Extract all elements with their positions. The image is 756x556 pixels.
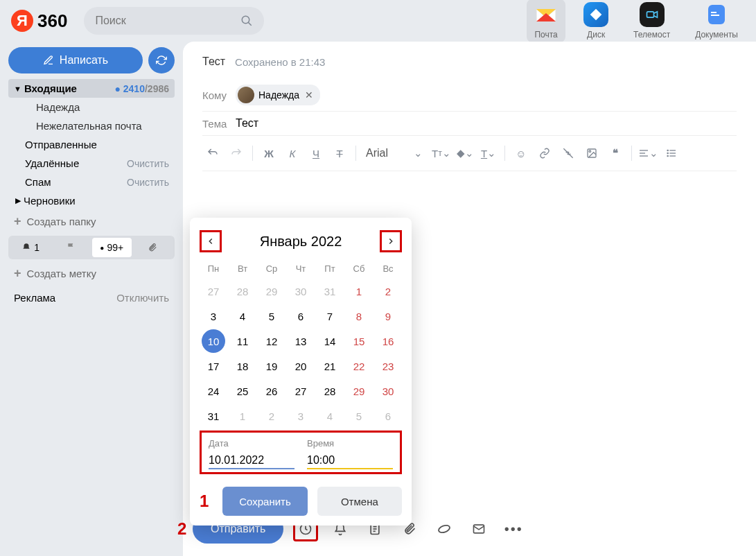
calendar-day[interactable]: 18 — [231, 354, 254, 378]
save-button[interactable]: Сохранить — [222, 487, 307, 516]
list-button[interactable] — [661, 143, 682, 164]
calendar-day[interactable]: 12 — [260, 329, 283, 353]
folder-spam[interactable]: СпамОчистить — [8, 173, 175, 191]
cancel-button[interactable]: Отмена — [317, 487, 402, 516]
unlink-button[interactable] — [558, 143, 579, 164]
calendar-day[interactable]: 8 — [347, 304, 371, 328]
time-input[interactable] — [307, 453, 393, 469]
calendar-day[interactable]: 11 — [231, 329, 254, 353]
calendar-day[interactable]: 3 — [202, 304, 225, 328]
folder-inbox[interactable]: ▼ Входящие ● 2410/2986 — [8, 79, 175, 98]
tag-notifications[interactable]: 1 — [11, 238, 51, 257]
tag-unread[interactable]: ● 99+ — [92, 238, 132, 257]
folder-sub-junk[interactable]: Нежелательная почта — [8, 116, 175, 135]
emoji-button[interactable]: ☺ — [511, 143, 531, 164]
font-dropdown[interactable]: ⌄ — [407, 143, 428, 164]
app-telemost[interactable]: Телемост — [626, 0, 677, 42]
highlight-button[interactable]: T⌄ — [478, 143, 499, 164]
date-input[interactable] — [209, 453, 295, 469]
search-input[interactable] — [95, 15, 240, 27]
folder-deleted[interactable]: УдалённыеОчистить — [8, 154, 175, 173]
folder-sub-nadezhda[interactable]: Надежда — [8, 98, 175, 116]
recipient-chip[interactable]: Надежда ✕ — [236, 85, 320, 105]
calendar-day[interactable]: 4 — [318, 404, 342, 428]
calendar-day[interactable]: 6 — [376, 404, 400, 428]
attach-disk-button[interactable] — [432, 516, 457, 541]
fontsize-button[interactable]: Tт⌄ — [431, 143, 452, 164]
folder-sent[interactable]: Отправленные — [8, 135, 175, 154]
calendar-day[interactable]: 6 — [289, 304, 313, 328]
calendar-day[interactable]: 28 — [318, 379, 342, 403]
calendar-day[interactable]: 25 — [231, 379, 254, 403]
calendar-day[interactable]: 28 — [231, 279, 254, 303]
calendar-day[interactable]: 21 — [318, 354, 342, 378]
calendar-day[interactable]: 20 — [289, 354, 313, 378]
align-button[interactable]: ⌄ — [638, 143, 658, 164]
calendar-day[interactable]: 5 — [347, 404, 371, 428]
calendar-day[interactable]: 10 — [202, 329, 225, 353]
calendar-day[interactable]: 31 — [202, 404, 225, 428]
quote-button[interactable]: ❝ — [605, 143, 626, 164]
more-button[interactable]: ••• — [501, 516, 526, 541]
subject-input[interactable] — [236, 117, 737, 130]
calendar-day[interactable]: 1 — [231, 404, 254, 428]
calendar-day[interactable]: 19 — [260, 354, 283, 378]
app-disk[interactable]: Диск — [577, 0, 615, 42]
image-button[interactable] — [581, 143, 602, 164]
app-documents[interactable]: Документы — [688, 0, 745, 42]
calendar-day[interactable]: 23 — [376, 354, 400, 378]
ad-disable[interactable]: Отключить — [116, 292, 169, 304]
calendar-day[interactable]: 2 — [376, 279, 400, 303]
calendar-day[interactable]: 29 — [347, 379, 371, 403]
create-label-row[interactable]: +Создать метку — [8, 262, 175, 285]
prev-month-button[interactable] — [200, 230, 222, 252]
calendar-day[interactable]: 3 — [289, 404, 313, 428]
calendar-day[interactable]: 30 — [376, 379, 400, 403]
create-folder[interactable]: +Создать папку — [8, 210, 175, 233]
italic-button[interactable]: К — [282, 143, 303, 164]
clear-link[interactable]: Очистить — [127, 158, 169, 169]
redo-button[interactable] — [226, 143, 247, 164]
calendar-day[interactable]: 22 — [347, 354, 371, 378]
app-mail[interactable]: Почта — [527, 0, 565, 42]
tag-attachment[interactable] — [133, 238, 173, 257]
time-label: Время — [307, 438, 393, 449]
color-button[interactable]: ◆⌄ — [455, 143, 475, 164]
compose-button[interactable]: Написать — [8, 47, 143, 73]
calendar-day[interactable]: 16 — [376, 329, 400, 353]
calendar-day[interactable]: 27 — [202, 279, 225, 303]
undo-button[interactable] — [202, 143, 223, 164]
calendar-day[interactable]: 30 — [289, 279, 313, 303]
calendar-day[interactable]: 1 — [347, 279, 371, 303]
field-to[interactable]: Кому Надежда ✕ — [202, 79, 737, 112]
refresh-button[interactable] — [148, 47, 175, 73]
calendar-day[interactable]: 7 — [318, 304, 342, 328]
clear-link[interactable]: Очистить — [127, 177, 169, 188]
calendar-day[interactable]: 13 — [289, 329, 313, 353]
underline-button[interactable]: Ч — [306, 143, 326, 164]
link-button[interactable] — [534, 143, 555, 164]
chip-remove[interactable]: ✕ — [305, 89, 313, 101]
calendar-day[interactable]: 9 — [376, 304, 400, 328]
calendar-day[interactable]: 29 — [260, 279, 283, 303]
calendar-day[interactable]: 31 — [318, 279, 342, 303]
search-box[interactable] — [84, 7, 264, 35]
folder-drafts[interactable]: ▶Черновики — [8, 191, 175, 210]
logo[interactable]: Я 360 — [11, 10, 67, 32]
calendar-day[interactable]: 17 — [202, 354, 225, 378]
calendar-day[interactable]: 4 — [231, 304, 254, 328]
calendar-day[interactable]: 24 — [202, 379, 225, 403]
calendar-day[interactable]: 15 — [347, 329, 371, 353]
calendar-day[interactable]: 14 — [318, 329, 342, 353]
strike-button[interactable]: Т — [329, 143, 350, 164]
next-month-button[interactable] — [380, 230, 402, 252]
calendar-day[interactable]: 26 — [260, 379, 283, 403]
tag-flag[interactable] — [52, 238, 91, 257]
font-select[interactable]: Arial — [362, 147, 405, 159]
bold-button[interactable]: Ж — [258, 143, 279, 164]
calendar-day[interactable]: 27 — [289, 379, 313, 403]
calendar-day[interactable]: 5 — [260, 304, 283, 328]
envelope-button[interactable] — [466, 516, 491, 541]
field-subject[interactable]: Тема — [202, 112, 737, 136]
calendar-day[interactable]: 2 — [260, 404, 283, 428]
